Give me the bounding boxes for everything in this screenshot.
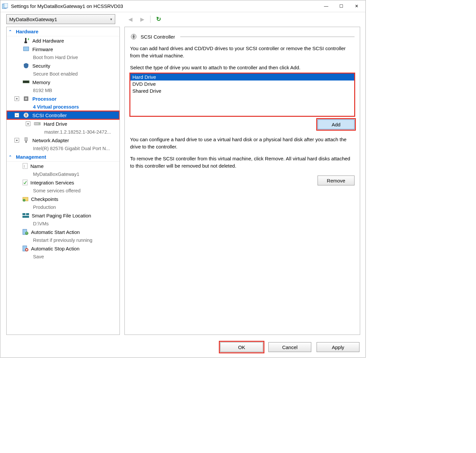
checkpoints-label: Checkpoints xyxy=(31,196,58,202)
checkpoints-sub: Production xyxy=(7,203,119,211)
sidebar-item-memory[interactable]: Memory xyxy=(7,78,119,86)
expand-icon[interactable]: + xyxy=(15,138,19,143)
window-title: Settings for MyDataBoxGateway1 on HCSSRV… xyxy=(11,3,319,9)
sidebar-item-network-adapter[interactable]: + Network Adapter xyxy=(7,136,119,145)
add-hardware-label: Add Hardware xyxy=(32,38,64,44)
sidebar-item-scsi-controller[interactable]: − SCSI Controller xyxy=(7,111,119,119)
sidebar-item-auto-start[interactable]: Automatic Start Action xyxy=(7,228,119,236)
svg-point-22 xyxy=(23,199,25,202)
nav-back-button[interactable]: ◀ xyxy=(126,15,134,23)
autostop-label: Automatic Stop Action xyxy=(31,246,80,251)
network-icon xyxy=(22,137,30,144)
sidebar-item-firmware[interactable]: Firmware xyxy=(7,45,119,53)
footer: OK Cancel Apply xyxy=(0,339,365,357)
collapse-icon[interactable]: − xyxy=(15,113,19,117)
integration-icon xyxy=(22,179,28,185)
collapse-icon: ⌃ xyxy=(9,155,13,159)
vm-selector-value: MyDataBoxGateway1 xyxy=(9,16,57,22)
vm-selector-dropdown[interactable]: MyDataBoxGateway1 ▾ xyxy=(6,14,115,24)
paging-label: Smart Paging File Location xyxy=(32,213,91,218)
svg-rect-7 xyxy=(23,81,24,82)
hardware-section-header[interactable]: ⌃ Hardware xyxy=(7,27,119,36)
sidebar-item-smart-paging[interactable]: Smart Paging File Location xyxy=(7,211,119,220)
sidebar-item-checkpoints[interactable]: Checkpoints xyxy=(7,195,119,203)
sidebar-item-security[interactable]: Security xyxy=(7,61,119,70)
ok-button[interactable]: OK xyxy=(220,342,263,352)
scsi-label: SCSI Controller xyxy=(32,113,67,118)
minimize-button[interactable]: — xyxy=(319,1,334,11)
option-hard-drive[interactable]: Hard Drive xyxy=(130,74,354,81)
management-section-header[interactable]: ⌃ Management xyxy=(7,152,119,162)
apply-button[interactable]: Apply xyxy=(317,342,359,352)
window-buttons: — ☐ ✕ xyxy=(319,1,364,11)
svg-point-27 xyxy=(25,232,28,235)
collapse-icon: ⌃ xyxy=(9,29,13,34)
network-label: Network Adapter xyxy=(32,138,69,143)
integration-sub: Some services offered xyxy=(7,187,119,195)
memory-label: Memory xyxy=(32,80,50,85)
memory-icon xyxy=(22,79,30,85)
refresh-button[interactable]: ↻ xyxy=(154,15,162,23)
content-panel: SCSI Controller You can add hard drives … xyxy=(124,27,360,335)
add-button[interactable]: Add xyxy=(318,119,355,129)
name-label: Name xyxy=(30,163,44,169)
svg-rect-5 xyxy=(23,47,29,51)
option-shared-drive[interactable]: Shared Drive xyxy=(130,87,354,94)
content-title: SCSI Controller xyxy=(141,34,175,40)
security-sub: Secure Boot enabled xyxy=(7,70,119,78)
remove-button[interactable]: Remove xyxy=(318,176,355,185)
processor-icon xyxy=(22,95,30,102)
autostop-sub: Save xyxy=(7,253,119,261)
body: ⌃ Hardware + Add Hardware Firmware Boot … xyxy=(0,26,365,339)
expand-icon[interactable]: + xyxy=(15,96,19,101)
svg-rect-8 xyxy=(25,81,26,82)
content-desc-1: You can add hard drives and CD/DVD drive… xyxy=(130,45,355,59)
autostop-icon xyxy=(22,245,28,251)
hardware-section-label: Hardware xyxy=(16,29,38,34)
sidebar-item-auto-stop[interactable]: Automatic Stop Action xyxy=(7,244,119,253)
paging-sub: D:\VMs xyxy=(7,220,119,228)
drive-type-listbox[interactable]: Hard Drive DVD Drive Shared Drive xyxy=(130,73,355,116)
content-header: SCSI Controller xyxy=(130,33,355,40)
nav-forward-button[interactable]: ▶ xyxy=(138,15,146,23)
name-sub: MyDataBoxGateway1 xyxy=(7,170,119,178)
sidebar-item-add-hardware[interactable]: + Add Hardware xyxy=(7,36,119,45)
cancel-button[interactable]: Cancel xyxy=(268,342,311,352)
svg-rect-24 xyxy=(26,213,29,215)
sidebar-item-processor[interactable]: + Processor xyxy=(7,94,119,103)
svg-rect-1 xyxy=(4,3,8,8)
svg-rect-25 xyxy=(22,216,29,218)
sidebar-item-integration-services[interactable]: Integration Services xyxy=(7,178,119,187)
autostart-label: Automatic Start Action xyxy=(31,229,80,235)
svg-rect-30 xyxy=(26,249,27,250)
svg-point-15 xyxy=(39,123,40,124)
management-section-label: Management xyxy=(16,154,46,160)
expand-icon[interactable]: + xyxy=(26,121,30,126)
security-label: Security xyxy=(32,63,50,69)
app-icon xyxy=(2,3,8,10)
add-button-row: Add xyxy=(130,119,355,129)
svg-rect-9 xyxy=(26,81,27,82)
content-desc-3: You can configure a hard drive to use a … xyxy=(130,136,355,150)
checkpoints-icon xyxy=(22,196,28,202)
close-button[interactable]: ✕ xyxy=(349,1,364,11)
sidebar-item-name[interactable]: I Name xyxy=(7,162,119,170)
hard-drive-sub: master.1.2.18252.1-304-2472... xyxy=(7,128,119,136)
svg-rect-20 xyxy=(23,180,27,185)
svg-rect-17 xyxy=(25,141,27,143)
option-dvd-drive[interactable]: DVD Drive xyxy=(130,81,354,87)
autostart-icon xyxy=(22,229,28,235)
svg-rect-10 xyxy=(27,81,28,82)
svg-rect-23 xyxy=(22,213,25,215)
toolbar: MyDataBoxGateway1 ▾ ◀ ▶ ↻ xyxy=(0,12,365,26)
shield-icon xyxy=(22,62,30,69)
content-desc-2: Select the type of drive you want to att… xyxy=(130,64,355,71)
svg-text:I: I xyxy=(24,164,25,168)
sidebar-item-hard-drive[interactable]: + Hard Drive xyxy=(7,119,119,128)
processor-sub: 4 Virtual processors xyxy=(7,103,119,111)
content-desc-4: To remove the SCSI controller from this … xyxy=(130,155,355,170)
processor-label: Processor xyxy=(32,96,56,102)
firmware-icon xyxy=(22,46,30,52)
maximize-button[interactable]: ☐ xyxy=(334,1,349,11)
firmware-sub: Boot from Hard Drive xyxy=(7,53,119,61)
